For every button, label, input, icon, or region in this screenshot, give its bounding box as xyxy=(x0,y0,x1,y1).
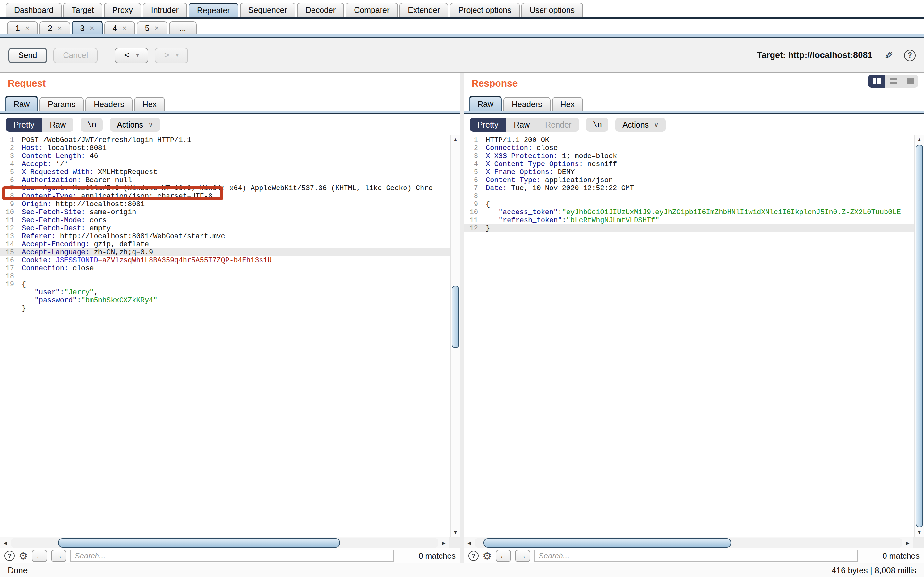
res-mode-pretty[interactable]: Pretty xyxy=(470,118,506,132)
request-vscroll-thumb[interactable] xyxy=(452,285,459,348)
editor-line: 1HTTP/1.1 200 OK xyxy=(464,136,914,144)
response-horizontal-scrollbar[interactable]: ◀ ▶ xyxy=(464,537,924,548)
main-tab-target[interactable]: Target xyxy=(63,3,102,17)
request-horizontal-scrollbar[interactable]: ◀ ▶ xyxy=(0,537,460,548)
main-tab-repeater[interactable]: Repeater xyxy=(189,3,238,17)
request-vertical-scrollbar[interactable]: ▲ ▼ xyxy=(451,135,460,537)
req-tab-headers[interactable]: Headers xyxy=(86,97,132,111)
res-tab-headers[interactable]: Headers xyxy=(503,97,551,111)
layout-rows-button[interactable] xyxy=(885,75,901,87)
res-mode-render[interactable]: Render xyxy=(537,118,579,132)
request-search-input[interactable] xyxy=(70,550,394,562)
editor-line: 12Sec-Fetch-Dest: empty xyxy=(0,224,451,232)
line-number xyxy=(0,305,16,313)
line-number: 6 xyxy=(0,176,16,184)
search-help-icon[interactable]: ? xyxy=(468,551,479,561)
request-editor[interactable]: 1POST /WebGoat/JWT/refresh/login HTTP/1.… xyxy=(0,135,451,537)
response-editor[interactable]: 1HTTP/1.1 200 OK2Connection: close3X-XSS… xyxy=(464,135,914,537)
close-tab-icon[interactable]: × xyxy=(90,24,94,33)
line-code: "password":"bm5nhSkxCXZkKRy4" xyxy=(16,297,157,305)
req-tab-hex[interactable]: Hex xyxy=(134,97,165,111)
response-vscroll-thumb[interactable] xyxy=(916,145,923,527)
search-prev-button[interactable]: ← xyxy=(32,550,47,562)
forward-history-button[interactable]: > ▾ xyxy=(155,48,188,63)
request-actions-button[interactable]: Actions ∨ xyxy=(110,118,160,132)
main-tab-dashboard[interactable]: Dashboard xyxy=(6,3,61,17)
req-tab-params[interactable]: Params xyxy=(39,97,84,111)
repeater-tab-bar: 1×2×3×4×5×... xyxy=(0,19,924,34)
editor-line: 2Connection: close xyxy=(464,144,914,152)
status-bar: Done 416 bytes | 8,008 millis xyxy=(0,563,924,577)
main-tab-sequencer[interactable]: Sequencer xyxy=(240,3,296,17)
repeater-tab-3[interactable]: 3× xyxy=(72,21,103,34)
repeater-tab-2[interactable]: 2× xyxy=(39,21,70,34)
scroll-up-icon[interactable]: ▲ xyxy=(915,135,924,144)
chevron-down-icon: ∨ xyxy=(148,121,153,129)
editor-line: 3X-XSS-Protection: 1; mode=block xyxy=(464,152,914,160)
line-number: 9 xyxy=(464,200,480,208)
line-code: Content-Type: application/json; charset=… xyxy=(16,192,212,200)
scroll-left-icon[interactable]: ◀ xyxy=(0,537,11,548)
main-tab-comparer[interactable]: Comparer xyxy=(346,3,398,17)
edit-target-icon[interactable]: ✎ xyxy=(885,49,893,61)
repeater-tab-5[interactable]: 5× xyxy=(137,21,168,34)
repeater-tab-1[interactable]: 1× xyxy=(7,21,38,34)
scroll-right-icon[interactable]: ▶ xyxy=(438,537,449,548)
response-newline-toggle[interactable]: \n xyxy=(586,118,608,132)
request-hscroll-thumb[interactable] xyxy=(58,538,340,548)
editor-line: 11Sec-Fetch-Mode: cors xyxy=(0,216,451,224)
close-tab-icon[interactable]: × xyxy=(122,24,127,33)
response-hscroll-thumb[interactable] xyxy=(483,538,732,548)
main-tab-bar: DashboardTargetProxyIntruderRepeaterSequ… xyxy=(0,0,924,17)
columns-layout-icon xyxy=(873,78,881,84)
close-tab-icon[interactable]: × xyxy=(25,24,29,33)
search-settings-gear-icon[interactable]: ⚙ xyxy=(483,551,492,561)
scroll-up-icon[interactable]: ▲ xyxy=(451,135,460,144)
response-actions-button[interactable]: Actions ∨ xyxy=(615,118,666,132)
send-button[interactable]: Send xyxy=(8,48,47,63)
search-next-button[interactable]: → xyxy=(515,550,530,562)
req-mode-raw[interactable]: Raw xyxy=(42,118,73,132)
editor-line: 15Accept-Language: zh-CN,zh;q=0.9 xyxy=(0,248,451,256)
request-mode-segments: PrettyRaw xyxy=(6,118,73,132)
line-number: 5 xyxy=(464,168,480,176)
search-help-icon[interactable]: ? xyxy=(5,551,15,561)
split-divider[interactable] xyxy=(460,73,464,563)
search-settings-gear-icon[interactable]: ⚙ xyxy=(19,551,28,561)
main-tab-extender[interactable]: Extender xyxy=(399,3,448,17)
back-dropdown-icon[interactable]: ▾ xyxy=(136,52,139,58)
back-history-button[interactable]: < ▾ xyxy=(115,48,148,63)
scroll-right-icon[interactable]: ▶ xyxy=(902,537,913,548)
request-newline-toggle[interactable]: \n xyxy=(81,118,103,132)
line-code: Accept: */* xyxy=(16,160,68,168)
main-tab-decoder[interactable]: Decoder xyxy=(297,3,344,17)
main-tab-user-options[interactable]: User options xyxy=(521,3,583,17)
close-tab-icon[interactable]: × xyxy=(57,24,62,33)
repeater-tab-4[interactable]: 4× xyxy=(104,21,135,34)
scroll-down-icon[interactable]: ▼ xyxy=(451,528,460,537)
editor-line: 18 xyxy=(0,272,451,280)
req-mode-pretty[interactable]: Pretty xyxy=(6,118,42,132)
response-search-input[interactable] xyxy=(534,550,858,562)
scroll-left-icon[interactable]: ◀ xyxy=(464,537,475,548)
layout-columns-button[interactable] xyxy=(868,75,885,87)
close-tab-icon[interactable]: × xyxy=(155,24,159,33)
repeater-tab-label: 2 xyxy=(48,24,52,33)
res-mode-raw[interactable]: Raw xyxy=(506,118,537,132)
main-tab-intruder[interactable]: Intruder xyxy=(143,3,187,17)
repeater-tab-...[interactable]: ... xyxy=(169,21,197,34)
res-tab-hex[interactable]: Hex xyxy=(552,97,583,111)
cancel-button[interactable]: Cancel xyxy=(53,48,97,63)
response-vertical-scrollbar[interactable]: ▲ ▼ xyxy=(914,135,924,537)
layout-single-button[interactable] xyxy=(901,75,918,87)
status-text: Done xyxy=(8,566,27,575)
search-next-button[interactable]: → xyxy=(51,550,66,562)
req-tab-raw[interactable]: Raw xyxy=(5,96,38,111)
main-tab-project-options[interactable]: Project options xyxy=(450,3,519,17)
main-tab-proxy[interactable]: Proxy xyxy=(104,3,141,17)
line-code: X-Frame-Options: DENY xyxy=(480,168,575,176)
search-prev-button[interactable]: ← xyxy=(496,550,511,562)
res-tab-raw[interactable]: Raw xyxy=(469,96,502,111)
help-icon[interactable]: ? xyxy=(904,50,916,61)
scroll-down-icon[interactable]: ▼ xyxy=(915,528,924,537)
